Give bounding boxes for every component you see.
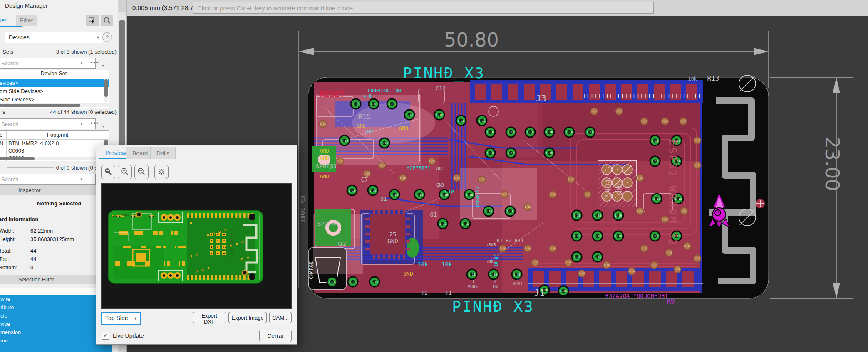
board-label: VBUS [468, 284, 478, 289]
svg-text:1-16: 1-16 [350, 281, 357, 284]
svg-text:1-16: 1-16 [454, 176, 460, 179]
svg-text:1-16: 1-16 [662, 120, 668, 123]
svg-text:1-16: 1-16 [573, 256, 580, 259]
board-label: BORDE PCB [300, 196, 306, 223]
board-label: GND [403, 271, 413, 277]
devices-search-row: ▼ ••• ▼ [0, 118, 118, 129]
device-set-hscrollbar[interactable] [0, 103, 109, 107]
board-label: CHARGE [308, 261, 314, 279]
help-button[interactable]: ? [102, 32, 112, 42]
svg-text:1-16: 1-16 [329, 281, 336, 284]
export-image-button[interactable]: Export Image [228, 312, 267, 323]
svg-text:1-16: 1-16 [416, 193, 423, 197]
svg-text:1-16: 1-16 [616, 110, 622, 113]
board-label: PINHĐ_X3 [403, 64, 485, 82]
device-set-vscrollbar[interactable] [104, 79, 108, 102]
live-update-label: Live Update [113, 332, 144, 339]
application-window: 50.8023.001-161-161-161-161-161-161-161-… [0, 0, 868, 352]
device-set-row[interactable]: om Side Devices> [0, 87, 109, 96]
svg-text:1-16: 1-16 [429, 160, 435, 162]
board-label: GND [387, 238, 398, 244]
board-label: GND [615, 181, 624, 195]
svg-text:1-16: 1-16 [546, 131, 553, 134]
svg-text:1-16: 1-16 [352, 103, 360, 106]
mode-select[interactable]: Devices ▼ [5, 32, 103, 43]
board-label: R13 [707, 74, 719, 82]
svg-text:1-16: 1-16 [466, 193, 473, 197]
command-line-input[interactable] [193, 2, 654, 14]
preview-viewport[interactable]: RESETJ3J1ESP32-WROOM-32 [101, 183, 292, 309]
svg-text:1-16: 1-16 [507, 210, 514, 213]
device-set-row[interactable]: evices> [0, 79, 109, 87]
svg-text:1-16: 1-16 [568, 178, 574, 181]
footprint-row[interactable]: C0603 [0, 147, 109, 155]
board-label: MCP73831 [407, 165, 431, 171]
svg-text:1-16: 1-16 [500, 247, 506, 250]
device-set-row[interactable]: Side Devices> [0, 96, 109, 104]
chevron-down-icon: ▼ [134, 313, 137, 324]
tab-filter[interactable]: Filter [16, 15, 37, 26]
chevron-down-icon: ▼ [102, 125, 105, 128]
footprint-hscrollbar[interactable] [0, 157, 109, 160]
svg-text:1-16: 1-16 [349, 189, 356, 192]
zoom-fit-icon [103, 167, 113, 177]
select-tool-button[interactable] [86, 15, 99, 26]
svg-text:1-16: 1-16 [594, 214, 601, 217]
cam-button[interactable]: CAM... [269, 312, 292, 323]
board-label: D1 [380, 196, 387, 202]
footprint-table-header[interactable]: e Footprint [0, 131, 109, 140]
svg-text:1-16: 1-16 [680, 120, 687, 123]
main-toolbar: 0.005 mm (3.571 28.724) [118, 0, 868, 16]
svg-text:1-16: 1-16 [479, 178, 485, 181]
svg-text:1-16: 1-16 [389, 103, 396, 106]
live-update-checkbox[interactable]: ✔ [102, 332, 109, 340]
chevron-down-icon: ▼ [102, 64, 105, 68]
svg-text:1-16: 1-16 [694, 257, 701, 260]
board-label: ESP32-WROOM-32 [667, 140, 678, 247]
settings-button[interactable]: ▼ [154, 165, 169, 179]
svg-text:1-16: 1-16 [641, 120, 647, 123]
board-label: RESET [320, 89, 345, 99]
footprint-row[interactable]: NBTN_KMR2_4.6X2.8 [0, 140, 109, 147]
svg-text:1-16: 1-16 [652, 235, 659, 238]
svg-text:1-16: 1-16 [371, 281, 378, 284]
board-label: R1 R2 R11 [496, 238, 523, 244]
devices-menu-button[interactable]: ••• [91, 120, 99, 126]
svg-text:1-16: 1-16 [566, 131, 573, 134]
zoom-fit-button[interactable] [101, 165, 115, 179]
svg-text:1-16: 1-16 [462, 222, 469, 226]
board-label: SPOT@4 [317, 220, 339, 227]
chevron-down-icon: ▼ [80, 122, 83, 126]
tab-drills[interactable]: Drills [150, 147, 176, 159]
zoom-out-button[interactable] [134, 165, 149, 179]
board-label: 10k [441, 261, 452, 268]
svg-text:1-16: 1-16 [652, 139, 659, 143]
preview-label: J1 [186, 276, 191, 281]
zoom-tool-button[interactable] [101, 15, 113, 26]
svg-text:1-16: 1-16 [391, 193, 398, 197]
chevron-down-icon: ▼ [96, 32, 100, 43]
board-label: PINHĐ_X3 [452, 298, 534, 315]
svg-text:1-16: 1-16 [550, 247, 556, 250]
board-label: GND [320, 155, 329, 161]
board-label: C12 [436, 85, 445, 91]
board-label: T2 [421, 290, 428, 296]
device-set-column-header[interactable]: ˆ Device Set [0, 70, 109, 79]
board-label: 10k [688, 76, 697, 82]
close-button[interactable]: Cerrar [259, 330, 292, 342]
export-dxf-button[interactable]: Export DXF [193, 312, 226, 323]
sets-menu-button[interactable]: ••• [91, 59, 99, 65]
sets-search-row: ▼ ••• ▼ [0, 58, 118, 69]
svg-text:1-16: 1-16 [604, 263, 610, 266]
board-label: 25 [389, 231, 397, 238]
board-label: 3 [471, 279, 474, 284]
svg-text:1-16: 1-16 [573, 214, 580, 217]
zoom-in-button[interactable] [118, 165, 132, 179]
svg-text:1-16: 1-16 [439, 222, 446, 226]
dialog-divider [96, 327, 297, 327]
coordinate-display: 0.005 mm (3.571 28.724) [132, 4, 202, 11]
board-label: EN [493, 284, 498, 289]
svg-text:1-16: 1-16 [370, 189, 377, 192]
layer-select[interactable]: Top Side ▼ [101, 312, 141, 325]
board-label: 10k [417, 261, 428, 268]
